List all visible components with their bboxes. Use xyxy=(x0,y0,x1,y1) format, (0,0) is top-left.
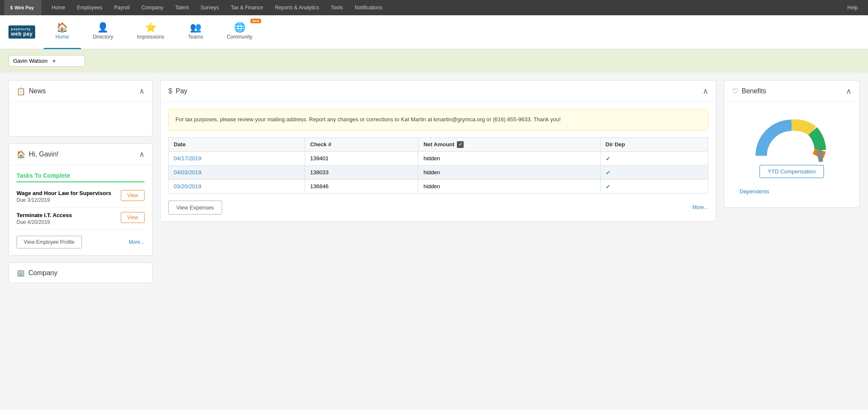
dir-dep-check-icon-2: ✔ xyxy=(606,169,611,176)
pay-net-3: hidden xyxy=(418,179,600,193)
pay-dirdep-2: ✔ xyxy=(600,165,708,179)
news-card-body xyxy=(9,102,152,136)
pay-check-1: 139401 xyxy=(305,151,418,165)
teams-icon: 👥 xyxy=(190,23,201,32)
news-card-header: 📋 News ∧ xyxy=(9,81,152,102)
pay-date-link-1[interactable]: 04/17/2019 xyxy=(174,155,201,162)
task-view-button-1[interactable]: View xyxy=(121,190,145,201)
second-nav: paybocity web pay 🏠 Home 👤 Directory ⭐ I… xyxy=(0,15,868,49)
top-nav-payroll[interactable]: Payroll xyxy=(108,0,136,15)
user-name: Gavin Watson xyxy=(13,58,47,64)
benefits-collapse-button[interactable]: ∧ xyxy=(846,86,851,96)
nav-home[interactable]: 🏠 Home xyxy=(44,15,81,49)
task-due-2: Due 4/20/2019 xyxy=(17,219,72,225)
pay-net-1: hidden xyxy=(418,151,600,165)
pay-table: Date Check # Net Amount ✓ Dir Dep xyxy=(168,137,708,194)
pay-row-2: 04/03/2019 138033 hidden ✔ xyxy=(169,165,708,179)
pay-title-text: Pay xyxy=(175,87,187,95)
main-content: 📋 News ∧ 🏠 Hi, Gavin! ∧ Tasks To Complet… xyxy=(0,73,868,291)
community-new-badge: New xyxy=(250,19,261,23)
pay-title: $ Pay xyxy=(168,87,187,95)
company-card-partial: 🏢 Company xyxy=(8,262,153,283)
hi-gavin-more-link[interactable]: More... xyxy=(129,239,145,245)
net-amount-checkbox-icon: ✓ xyxy=(457,141,464,148)
top-nav-home[interactable]: Home xyxy=(46,0,71,15)
top-nav-tools[interactable]: Tools xyxy=(325,0,349,15)
dependents-link[interactable]: Dependents xyxy=(732,182,851,201)
top-nav-items: Home Employees Payroll Company Talent Su… xyxy=(46,0,842,15)
benefits-title-text: Benefits xyxy=(742,87,766,95)
col-net-amount: Net Amount ✓ xyxy=(418,137,600,151)
company-icon: 🏢 xyxy=(17,269,25,277)
pay-date-1: 04/17/2019 xyxy=(169,151,305,165)
pay-card: $ Pay ∧ For tax purposes, please review … xyxy=(160,80,716,222)
top-nav-employees[interactable]: Employees xyxy=(71,0,108,15)
logo-line1: paybocity xyxy=(11,27,33,31)
benefits-card-header: ♡ Benefits ∧ xyxy=(724,81,859,102)
benefits-icon: ♡ xyxy=(732,87,738,96)
tasks-label: Tasks To Complete xyxy=(17,172,145,182)
pay-net-2: hidden xyxy=(418,165,600,179)
middle-column: $ Pay ∧ For tax purposes, please review … xyxy=(160,80,716,222)
ytd-compensation-button[interactable]: YTD Compensation xyxy=(760,165,823,178)
donut-segment-green xyxy=(813,131,821,150)
view-expenses-button[interactable]: View Expenses xyxy=(168,201,222,215)
donut-segment-gray xyxy=(818,156,823,157)
news-title-text: News xyxy=(29,87,46,95)
hi-gavin-icon: 🏠 xyxy=(17,150,25,159)
task-info-2: Terminate I.T. Access Due 4/20/2019 xyxy=(17,212,72,225)
top-nav-talent[interactable]: Talent xyxy=(169,0,195,15)
top-nav-company[interactable]: Company xyxy=(136,0,169,15)
nav-community-wrapper: 🌐 Community New xyxy=(215,15,264,49)
hi-gavin-card: 🏠 Hi, Gavin! ∧ Tasks To Complete Wage an… xyxy=(8,143,153,256)
hi-gavin-collapse-button[interactable]: ∧ xyxy=(139,150,145,159)
pay-card-header: $ Pay ∧ xyxy=(161,81,716,102)
task-name-1: Wage and Hour Law for Supervisors xyxy=(17,190,111,196)
col-dir-dep: Dir Dep xyxy=(600,137,708,151)
view-employee-profile-button[interactable]: View Employee Profile xyxy=(17,236,82,248)
impressions-icon: ⭐ xyxy=(145,23,156,32)
pay-collapse-button[interactable]: ∧ xyxy=(703,86,708,96)
task-item-2: Terminate I.T. Access Due 4/20/2019 View xyxy=(17,208,145,230)
hi-gavin-title: 🏠 Hi, Gavin! xyxy=(17,150,58,159)
top-nav-tax[interactable]: Tax & Finance xyxy=(225,0,269,15)
top-nav-surveys[interactable]: Surveys xyxy=(195,0,225,15)
task-info-1: Wage and Hour Law for Supervisors Due 3/… xyxy=(17,190,111,203)
nav-community-label: Community xyxy=(227,34,253,40)
hi-gavin-header: 🏠 Hi, Gavin! ∧ xyxy=(9,144,152,165)
pay-check-3: 136846 xyxy=(305,179,418,193)
pay-dirdep-1: ✔ xyxy=(600,151,708,165)
news-collapse-button[interactable]: ∧ xyxy=(139,86,145,96)
nav-home-label: Home xyxy=(56,34,69,40)
pay-icon: $ xyxy=(168,87,172,95)
pay-date-2: 04/03/2019 xyxy=(169,165,305,179)
donut-segment-yellow xyxy=(792,125,813,131)
pay-date-link-3[interactable]: 03/20/2019 xyxy=(174,183,201,190)
pay-row-3: 03/20/2019 136846 hidden ✔ xyxy=(169,179,708,193)
pay-date-link-2[interactable]: 04/03/2019 xyxy=(174,169,201,176)
pay-date-3: 03/20/2019 xyxy=(169,179,305,193)
col-net-amount-label: Net Amount xyxy=(423,141,454,148)
logo-area: paybocity web pay xyxy=(8,25,35,39)
nav-teams[interactable]: 👥 Teams xyxy=(176,15,215,49)
pay-notice: For tax purposes, please review your mai… xyxy=(168,109,708,131)
top-nav-notifications[interactable]: Notifications xyxy=(349,0,388,15)
pay-dirdep-3: ✔ xyxy=(600,179,708,193)
task-view-button-2[interactable]: View xyxy=(121,212,145,223)
benefits-card-body: YTD Compensation Dependents xyxy=(724,102,859,207)
nav-impressions-label: Impressions xyxy=(137,34,164,40)
nav-impressions[interactable]: ⭐ Impressions xyxy=(125,15,176,49)
hi-gavin-footer: View Employee Profile More... xyxy=(17,236,145,248)
pay-card-footer: View Expenses More... xyxy=(168,201,708,215)
top-nav: $ Web Pay Home Employees Payroll Company… xyxy=(0,0,868,15)
user-selector[interactable]: Gavin Watson ▼ xyxy=(8,55,85,67)
nav-directory[interactable]: 👤 Directory xyxy=(81,15,125,49)
home-icon: 🏠 xyxy=(56,23,68,32)
top-nav-help[interactable]: Help xyxy=(841,5,864,11)
left-column: 📋 News ∧ 🏠 Hi, Gavin! ∧ Tasks To Complet… xyxy=(8,80,153,283)
green-banner: Gavin Watson ▼ xyxy=(0,49,868,73)
community-icon: 🌐 xyxy=(234,23,245,32)
top-nav-reports[interactable]: Reports & Analytics xyxy=(269,0,325,15)
task-name-2: Terminate I.T. Access xyxy=(17,212,72,218)
pay-more-link[interactable]: More... xyxy=(693,204,708,210)
